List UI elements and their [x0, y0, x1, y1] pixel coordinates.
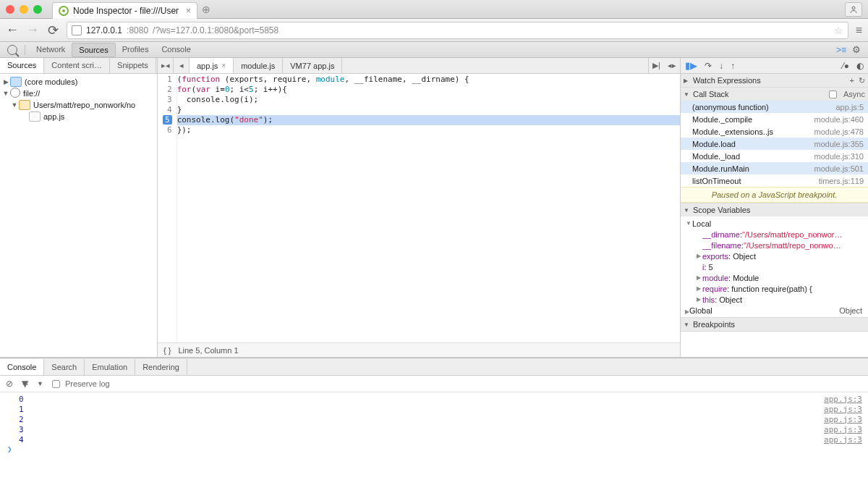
settings-gear-icon[interactable]: ⚙ — [852, 44, 861, 55]
file-tab[interactable]: app.js× — [190, 58, 234, 73]
nav-tab[interactable]: Content scri… — [44, 58, 110, 73]
step-into-icon[interactable]: ↓ — [719, 61, 723, 71]
minimize-window-icon[interactable] — [20, 5, 28, 14]
async-checkbox[interactable] — [829, 90, 837, 98]
callstack-frame[interactable]: Module._compilemodule.js:460 — [681, 113, 868, 125]
debugger-controls: ▮▶ ↷ ↓ ↑ ⁄● ◐ — [681, 58, 868, 74]
console-message[interactable]: 3app.js:3 — [6, 424, 862, 434]
zoom-window-icon[interactable] — [33, 5, 42, 14]
new-tab-icon[interactable]: ⊕ — [202, 4, 210, 15]
step-out-icon[interactable]: ↑ — [731, 61, 735, 71]
code-body[interactable]: (function (exports, require, module, __f… — [177, 74, 680, 342]
bookmark-star-icon[interactable]: ☆ — [834, 25, 843, 36]
add-watch-icon[interactable]: + — [850, 76, 854, 85]
panel-tab-sources[interactable]: Sources — [72, 43, 115, 57]
file-tab[interactable]: VM77 app.js — [283, 58, 342, 73]
drawer-tab-search[interactable]: Search — [44, 359, 85, 375]
back-icon[interactable]: ← — [6, 22, 19, 38]
navigator-tabs: SourcesContent scri…Snippets — [0, 58, 157, 74]
scope-variable[interactable]: ▶exports: Object — [695, 250, 867, 261]
page-icon — [72, 25, 82, 35]
address-bar-row: ← → ⟳ 127.0.0.1:8080/?ws=127.0.0.1:8080&… — [0, 19, 868, 42]
toggle-drawer-icon[interactable]: >≡ — [836, 45, 846, 55]
callstack-frame[interactable]: listOnTimeouttimers.js:119 — [681, 174, 868, 187]
toggle-navigator-icon[interactable]: ▸◂ — [158, 58, 174, 73]
deactivate-breakpoints-icon[interactable]: ⁄● — [843, 61, 849, 71]
window-titlebar: Node Inspector - file:///User × ⊕ — [0, 0, 868, 19]
preserve-log-checkbox[interactable] — [52, 380, 60, 388]
callstack-label: Call Stack — [693, 90, 729, 98]
nav-tab[interactable]: Snippets — [110, 58, 156, 73]
nav-tab[interactable]: Sources — [0, 58, 44, 73]
tree-file-appjs[interactable]: app.js — [0, 111, 157, 122]
panel-tab-network[interactable]: Network — [30, 43, 72, 57]
reload-icon[interactable]: ⟳ — [46, 22, 59, 38]
chrome-menu-icon[interactable]: ≡ — [856, 24, 862, 37]
scope-variable[interactable]: i: 5 — [695, 261, 867, 272]
scope-variable[interactable]: __dirname: "/Users/matt/repo_nonwor… — [695, 229, 867, 240]
callstack-frame[interactable]: Module.loadmodule.js:355 — [681, 138, 868, 150]
sources-panel: SourcesContent scri…Snippets ▶(core modu… — [0, 58, 868, 358]
close-tab-icon[interactable]: × — [186, 6, 191, 16]
console-output[interactable]: 0app.js:31app.js:32app.js:33app.js:34app… — [0, 392, 868, 501]
panel-tab-console[interactable]: Console — [155, 43, 197, 57]
scope-variable[interactable]: ▶module: Module — [695, 272, 867, 283]
devtools-panel-tabs: NetworkSourcesProfilesConsole — [30, 43, 197, 57]
cursor-position: Line 5, Column 1 — [178, 346, 238, 355]
file-tab[interactable]: module.js — [234, 58, 283, 73]
scope-section: ▼Scope Variables ▼Local __dirname: "/Use… — [681, 203, 868, 318]
close-file-icon[interactable]: × — [221, 62, 226, 70]
watch-label: Watch Expressions — [693, 76, 761, 85]
scope-variable[interactable]: ▶require: function require(path) { — [695, 283, 867, 294]
panel-tab-profiles[interactable]: Profiles — [116, 43, 156, 57]
editor-tabs: ▸◂ ◂ app.js×module.jsVM77 app.js ▶| ◂▸ — [158, 58, 680, 74]
scope-local-header[interactable]: ▼Local — [685, 218, 867, 229]
navigator-pane: SourcesContent scri…Snippets ▶(core modu… — [0, 58, 158, 357]
close-window-icon[interactable] — [6, 5, 14, 14]
preserve-log-label: Preserve log — [65, 379, 110, 388]
filter-icon[interactable]: ▼̶ — [22, 379, 28, 389]
callstack-frame[interactable]: (anonymous function)app.js:5 — [681, 101, 868, 113]
omnibox[interactable]: 127.0.0.1:8080/?ws=127.0.0.1:8080&port=5… — [67, 22, 848, 39]
clear-console-icon[interactable]: ⊘ — [6, 379, 13, 389]
scope-variable[interactable]: ▶this: Object — [695, 294, 867, 305]
level-menu-icon[interactable]: ▼ — [37, 380, 43, 387]
callstack-frame[interactable]: Module._extensions..jsmodule.js:478 — [681, 125, 868, 138]
pause-on-exceptions-icon[interactable]: ◐ — [856, 61, 864, 71]
console-message[interactable]: 0app.js:3 — [6, 394, 862, 404]
callstack-frame[interactable]: Module.runMainmodule.js:501 — [681, 162, 868, 174]
tree-file-scheme[interactable]: ▼file:// — [0, 88, 157, 99]
pretty-print-icon[interactable]: { } — [163, 346, 171, 355]
drawer-tab-emulation[interactable]: Emulation — [85, 359, 135, 375]
toggle-debugger-icon[interactable]: ◂▸ — [664, 58, 680, 73]
line-gutter[interactable]: 123456 — [158, 74, 177, 342]
editor-pane: ▸◂ ◂ app.js×module.jsVM77 app.js ▶| ◂▸ 1… — [158, 58, 680, 357]
console-message[interactable]: 4app.js:3 — [6, 434, 862, 445]
scope-global-header[interactable]: ▶Global Object — [685, 305, 867, 316]
console-message[interactable]: 1app.js:3 — [6, 404, 862, 414]
drawer-tab-console[interactable]: Console — [0, 359, 44, 375]
callstack-frame[interactable]: Module._loadmodule.js:310 — [681, 150, 868, 162]
paused-message: Paused on a JavaScript breakpoint. — [681, 187, 868, 203]
console-message[interactable]: 2app.js:3 — [6, 414, 862, 424]
inspect-element-icon[interactable] — [7, 45, 17, 55]
console-toolbar: ⊘ ▼̶ ▼ Preserve log — [0, 376, 868, 392]
devtools-toolbar: NetworkSourcesProfilesConsole >≡ ⚙ — [0, 42, 868, 58]
profile-button[interactable] — [845, 2, 862, 17]
browser-tab[interactable]: Node Inspector - file:///User × — [52, 2, 197, 19]
drawer-tab-rendering[interactable]: Rendering — [135, 359, 187, 375]
scope-variable[interactable]: __filename: "/Users/matt/repo_nonwo… — [695, 240, 867, 250]
resume-icon[interactable]: ▮▶ — [685, 60, 697, 71]
svg-point-0 — [852, 7, 855, 9]
run-snippet-icon[interactable]: ▶| — [648, 58, 664, 73]
code-editor[interactable]: 123456 (function (exports, require, modu… — [158, 74, 680, 342]
refresh-watch-icon[interactable]: ↻ — [859, 76, 865, 85]
tab-title: Node Inspector - file:///User — [73, 6, 179, 16]
history-back-icon[interactable]: ◂ — [174, 58, 190, 73]
console-prompt[interactable]: ❯ — [6, 445, 862, 454]
watch-section: ▶Watch Expressions +↻ — [681, 74, 868, 88]
tree-core-modules[interactable]: ▶(core modules) — [0, 76, 157, 88]
step-over-icon[interactable]: ↷ — [705, 61, 712, 71]
tree-folder[interactable]: ▼Users/matt/repo_nonwork/no — [0, 99, 157, 111]
forward-icon[interactable]: → — [26, 22, 39, 38]
